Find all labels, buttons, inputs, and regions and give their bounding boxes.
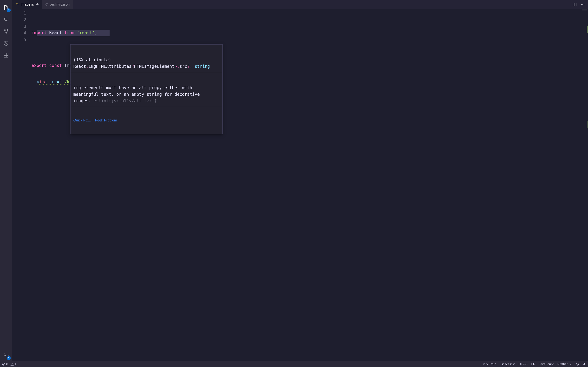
svg-point-5 bbox=[5, 43, 7, 44]
editor-area: JS Image.js .eslintrc.json bbox=[12, 0, 588, 361]
search-activity[interactable] bbox=[2, 15, 10, 24]
activity-bar: 1 1 bbox=[0, 0, 12, 361]
svg-point-2 bbox=[7, 30, 8, 31]
status-errors[interactable]: 0 bbox=[2, 362, 8, 366]
hover-actions: Quick Fix... Peek Problem bbox=[70, 117, 222, 125]
status-eol[interactable]: LF bbox=[531, 362, 535, 366]
svg-rect-7 bbox=[6, 53, 8, 55]
tab-image-js[interactable]: JS Image.js bbox=[12, 0, 42, 9]
gutter: 1 2 3 4 5 bbox=[12, 9, 32, 361]
line-number: 4 bbox=[12, 30, 26, 36]
svg-rect-9 bbox=[6, 55, 8, 57]
svg-rect-6 bbox=[4, 53, 6, 55]
line-number: 2 bbox=[12, 17, 26, 23]
split-editor-icon[interactable] bbox=[572, 2, 577, 7]
line-number: 1 bbox=[12, 10, 26, 17]
status-feedback-icon[interactable] bbox=[576, 363, 579, 366]
debug-activity[interactable] bbox=[2, 39, 10, 48]
minimap[interactable] bbox=[582, 9, 587, 10]
quick-fix-link[interactable]: Quick Fix... bbox=[73, 118, 91, 122]
status-encoding[interactable]: UTF-8 bbox=[519, 362, 527, 366]
status-warnings[interactable]: 1 bbox=[10, 362, 17, 366]
explorer-activity[interactable]: 1 bbox=[2, 3, 10, 12]
line-number: 5 bbox=[12, 36, 26, 43]
editor-actions bbox=[570, 0, 588, 9]
code-line: import React from 'react'; bbox=[32, 29, 588, 36]
extensions-activity[interactable] bbox=[2, 51, 10, 59]
error-count: 0 bbox=[6, 362, 8, 366]
line-number: 3 bbox=[12, 23, 26, 30]
hover-message: img elements must have an alt prop, eith… bbox=[70, 82, 222, 107]
tab-bar: JS Image.js .eslintrc.json bbox=[12, 0, 588, 9]
svg-point-1 bbox=[4, 30, 5, 31]
settings-badge: 1 bbox=[7, 356, 11, 360]
svg-point-17 bbox=[576, 363, 579, 366]
svg-point-13 bbox=[581, 4, 582, 5]
status-cursor[interactable]: Ln 5, Col 1 bbox=[482, 362, 497, 366]
svg-point-14 bbox=[582, 4, 583, 5]
svg-point-15 bbox=[584, 4, 584, 5]
more-actions-icon[interactable] bbox=[580, 2, 585, 7]
editor-body[interactable]: 1 2 3 4 5 import React from 'react'; exp… bbox=[12, 9, 588, 361]
svg-point-0 bbox=[4, 18, 7, 21]
source-control-activity[interactable] bbox=[2, 27, 10, 36]
peek-problem-link[interactable]: Peek Problem bbox=[95, 118, 117, 122]
svg-rect-8 bbox=[4, 55, 6, 57]
code-content[interactable]: import React from 'react'; export const … bbox=[32, 9, 588, 361]
settings-activity[interactable]: 1 bbox=[2, 351, 10, 360]
status-indent[interactable]: Spaces: 2 bbox=[501, 362, 515, 366]
hover-widget: (JSX attribute) React.ImgHTMLAttributes<… bbox=[70, 44, 223, 134]
tab-label: .eslintrc.json bbox=[50, 2, 70, 7]
json-file-icon bbox=[45, 3, 49, 6]
warning-count: 1 bbox=[15, 362, 17, 366]
status-bell-icon[interactable] bbox=[583, 363, 586, 366]
js-file-icon: JS bbox=[15, 3, 19, 6]
svg-point-11 bbox=[46, 3, 48, 5]
overview-ruler-marker[interactable] bbox=[587, 121, 588, 128]
dirty-indicator-icon bbox=[36, 3, 38, 5]
svg-point-10 bbox=[5, 355, 7, 356]
status-prettier[interactable]: Prettier: ✓ bbox=[557, 362, 572, 366]
status-language[interactable]: JavaScript bbox=[539, 362, 553, 366]
status-bar: 0 1 Ln 5, Col 1 Spaces: 2 UTF-8 LF JavaS… bbox=[0, 361, 588, 367]
tab-eslintrc[interactable]: .eslintrc.json bbox=[42, 0, 73, 9]
hover-signature: (JSX attribute) React.ImgHTMLAttributes<… bbox=[70, 54, 222, 72]
workbench: 1 1 JS Image.js bbox=[0, 0, 588, 361]
tab-label: Image.js bbox=[21, 2, 34, 7]
explorer-badge: 1 bbox=[7, 8, 11, 12]
